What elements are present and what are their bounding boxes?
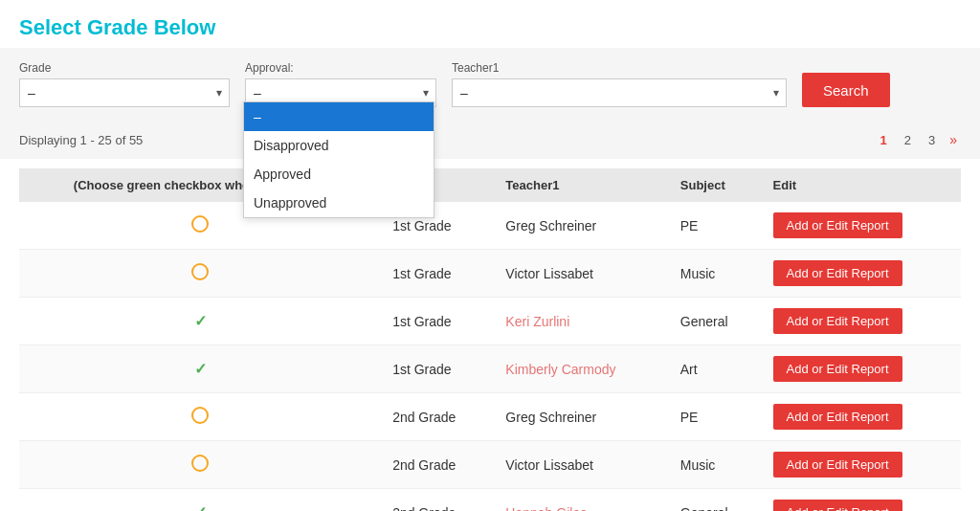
status-cell[interactable]: ✓ bbox=[19, 345, 381, 393]
edit-report-button[interactable]: Add or Edit Report bbox=[773, 212, 902, 238]
approval-label: Approval: bbox=[245, 61, 436, 75]
teacher-link[interactable]: Hannah Giles bbox=[505, 505, 587, 512]
table-row: 1st GradeVictor LissabetMusicAdd or Edit… bbox=[19, 250, 961, 298]
subject-cell: Music bbox=[669, 250, 762, 298]
edit-cell: Add or Edit Report bbox=[762, 345, 961, 393]
subject-cell: Art bbox=[669, 345, 762, 393]
page-header: Select Grade Below bbox=[0, 0, 980, 48]
dropdown-item-dash[interactable]: – bbox=[244, 102, 434, 131]
status-cell[interactable] bbox=[19, 441, 381, 489]
col-header-teacher: Teacher1 bbox=[494, 168, 668, 202]
subject-cell: PE bbox=[669, 202, 762, 250]
data-table: (Choose green checkbox when completed) G… bbox=[19, 168, 961, 511]
status-check-icon[interactable]: ✓ bbox=[194, 312, 207, 330]
edit-report-button[interactable]: Add or Edit Report bbox=[773, 452, 902, 478]
teacher-select[interactable]: – bbox=[452, 78, 787, 107]
edit-report-button[interactable]: Add or Edit Report bbox=[773, 308, 902, 334]
status-cell[interactable] bbox=[19, 250, 381, 298]
grade-filter-group: Grade – bbox=[19, 61, 230, 107]
grade-cell: 1st Grade bbox=[381, 345, 494, 393]
table-container: (Choose green checkbox when completed) G… bbox=[0, 159, 980, 511]
table-row: ✓1st GradeKimberly CarmodyArtAdd or Edit… bbox=[19, 345, 961, 393]
status-check-icon[interactable]: ✓ bbox=[194, 503, 207, 511]
page-2[interactable]: 2 bbox=[898, 131, 918, 149]
teacher-cell: Greg Schreiner bbox=[494, 393, 668, 441]
edit-cell: Add or Edit Report bbox=[762, 393, 961, 441]
table-header: (Choose green checkbox when completed) G… bbox=[19, 168, 961, 202]
col-header-edit: Edit bbox=[762, 168, 961, 202]
status-check-icon[interactable]: ✓ bbox=[194, 360, 207, 378]
teacher-cell: Victor Lissabet bbox=[494, 250, 668, 298]
pagination: 1 2 3 » bbox=[874, 130, 962, 149]
teacher-cell: Greg Schreiner bbox=[494, 202, 668, 250]
teacher-filter-group: Teacher1 – bbox=[452, 61, 787, 107]
status-circle-icon[interactable] bbox=[191, 455, 209, 472]
subject-cell: General bbox=[669, 489, 762, 512]
dropdown-item-disapproved[interactable]: Disapproved bbox=[244, 131, 434, 160]
edit-cell: Add or Edit Report bbox=[762, 489, 961, 512]
status-circle-icon[interactable] bbox=[191, 263, 209, 280]
grade-cell: 1st Grade bbox=[381, 250, 494, 298]
dropdown-item-approved[interactable]: Approved bbox=[244, 160, 434, 189]
teacher-cell[interactable]: Keri Zurlini bbox=[494, 298, 668, 345]
edit-cell: Add or Edit Report bbox=[762, 441, 961, 489]
search-button[interactable]: Search bbox=[802, 73, 890, 107]
edit-report-button[interactable]: Add or Edit Report bbox=[773, 500, 902, 511]
teacher-link[interactable]: Keri Zurlini bbox=[505, 314, 569, 329]
results-count: Displaying 1 - 25 of 55 bbox=[19, 133, 143, 147]
grade-select-wrapper[interactable]: – bbox=[19, 78, 230, 107]
grade-cell: 2nd Grade bbox=[381, 441, 494, 489]
approval-dropdown: – Disapproved Approved Unapproved bbox=[243, 101, 434, 218]
status-cell[interactable] bbox=[19, 393, 381, 441]
status-circle-icon[interactable] bbox=[191, 407, 209, 424]
teacher-cell[interactable]: Kimberly Carmody bbox=[494, 345, 668, 393]
page-1[interactable]: 1 bbox=[874, 131, 894, 149]
status-cell[interactable]: ✓ bbox=[19, 298, 381, 345]
teacher-label: Teacher1 bbox=[452, 61, 787, 75]
grade-select[interactable]: – bbox=[19, 78, 230, 107]
grade-label: Grade bbox=[19, 61, 230, 75]
dropdown-item-unapproved[interactable]: Unapproved bbox=[244, 189, 434, 217]
subject-cell: Music bbox=[669, 441, 762, 489]
table-row: 2nd GradeGreg SchreinerPEAdd or Edit Rep… bbox=[19, 393, 961, 441]
subject-cell: General bbox=[669, 298, 762, 345]
table-row: ✓2nd GradeHannah GilesGeneralAdd or Edit… bbox=[19, 489, 961, 512]
filter-bar: Grade – Approval: – Disapproved Approved… bbox=[0, 48, 980, 121]
status-circle-icon[interactable] bbox=[191, 215, 209, 233]
grade-cell: 1st Grade bbox=[381, 298, 494, 345]
table-row: 2nd GradeVictor LissabetMusicAdd or Edit… bbox=[19, 441, 961, 489]
table-row: 1st GradeGreg SchreinerPEAdd or Edit Rep… bbox=[19, 202, 961, 250]
subject-cell: PE bbox=[669, 393, 762, 441]
edit-cell: Add or Edit Report bbox=[762, 298, 961, 345]
table-row: ✓1st GradeKeri ZurliniGeneralAdd or Edit… bbox=[19, 298, 961, 345]
col-header-subject: Subject bbox=[669, 168, 762, 202]
status-cell[interactable]: ✓ bbox=[19, 489, 381, 512]
teacher-cell[interactable]: Hannah Giles bbox=[494, 489, 668, 512]
teacher-cell: Victor Lissabet bbox=[494, 441, 668, 489]
teacher-link[interactable]: Kimberly Carmody bbox=[505, 362, 615, 377]
grade-cell: 2nd Grade bbox=[381, 489, 494, 512]
next-page-arrow[interactable]: » bbox=[946, 130, 961, 149]
table-body: 1st GradeGreg SchreinerPEAdd or Edit Rep… bbox=[19, 202, 961, 511]
teacher-select-wrapper[interactable]: – bbox=[452, 78, 787, 107]
grade-cell: 2nd Grade bbox=[381, 393, 494, 441]
page-title: Select Grade Below bbox=[19, 15, 961, 40]
edit-report-button[interactable]: Add or Edit Report bbox=[773, 260, 902, 286]
edit-cell: Add or Edit Report bbox=[762, 250, 961, 298]
edit-report-button[interactable]: Add or Edit Report bbox=[773, 356, 902, 382]
edit-report-button[interactable]: Add or Edit Report bbox=[773, 404, 902, 430]
results-bar: Displaying 1 - 25 of 55 1 2 3 » bbox=[0, 121, 980, 159]
edit-cell: Add or Edit Report bbox=[762, 202, 961, 250]
page-3[interactable]: 3 bbox=[922, 131, 942, 149]
approval-filter-group: Approval: – Disapproved Approved Unappro… bbox=[245, 61, 436, 107]
